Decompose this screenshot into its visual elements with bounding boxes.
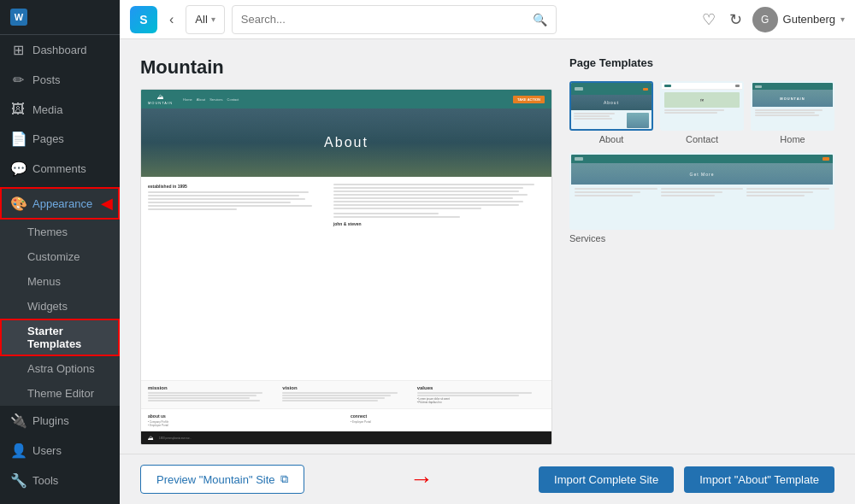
mockup-left-col: established in 1995 [148,184,327,373]
submenu-widgets[interactable]: Widgets [0,294,120,319]
mockup-mission: mission [148,385,275,404]
mockup-hero-text: About [324,135,369,150]
template-about-label: About [599,134,624,144]
main-area: S ‹ All ▾ 🔍 ♡ ↻ G Gutenberg ▾ Mountain [120,0,855,504]
mockup-logo-text: MOUNTAIN [148,101,173,105]
site-name-title: Mountain [140,56,552,79]
sidebar-item-pages[interactable]: 📄 Pages [0,124,120,154]
template-services-label: Services [569,233,605,243]
mockup-footer-about: about us • Company Profile • Employee Po… [148,413,342,427]
mockup-values: values • Lorem ipsum dolor sit amet • Pu… [417,385,545,404]
sidebar-label-tools: Tools [32,474,58,487]
bottom-bar: Preview "Mountain" Site ⧉ → Import Compl… [120,454,855,504]
sidebar-label-comments: Comments [32,162,86,175]
sidebar-item-settings[interactable]: ⚙ Settings [0,495,120,504]
red-arrow-icon: → [410,466,433,493]
submenu-theme-editor[interactable]: Theme Editor [0,381,120,406]
submenu-astra-options[interactable]: Astra Options [0,356,120,381]
template-home-img: MOUNTAIN [751,81,834,131]
search-box: 🔍 [232,5,557,34]
heart-button[interactable]: ♡ [699,7,719,32]
appearance-submenu: Themes Customize Menus Widgets Starter T… [0,220,120,406]
sidebar: W ⊞ Dashboard ✏ Posts 🖼 Media 📄 Pages 💬 … [0,0,120,504]
preview-area: Mountain ⛰ MOUNTAIN Home About [120,39,855,454]
mockup-mountain-icon: ⛰ [157,93,164,101]
templates-bottom-section: Get More [569,153,834,243]
import-complete-site-button[interactable]: Import Complete Site [539,466,674,493]
mockup-footer-address: 1800 pennsylvania ave nw... [159,437,192,440]
tmpl-about-navbar [571,83,652,95]
search-input[interactable] [241,13,533,26]
mockup-vision: vision [282,385,410,404]
mockup-body: established in 1995 [141,177,551,380]
sidebar-item-appearance[interactable]: 🎨 Appearance ◀ [0,187,120,220]
chevron-down-icon: ▾ [211,15,215,24]
template-services[interactable]: Get More [569,153,834,243]
sidebar-label-media: Media [32,103,62,116]
nav-link-services: Services [209,97,222,102]
sidebar-item-posts[interactable]: ✏ Posts [0,65,120,95]
template-about-img: About [569,81,653,131]
users-icon: 👤 [10,442,26,459]
avatar: G [752,7,778,32]
dashboard-icon: ⊞ [10,42,26,58]
nav-link-home: Home [183,97,192,102]
filter-dropdown[interactable]: All ▾ [186,5,224,34]
sidebar-item-plugins[interactable]: 🔌 Plugins [0,406,120,436]
mockup-bottom-bar: ⛰ 1800 pennsylvania ave nw... [141,431,551,444]
mockup-right-col: john & steven [333,184,545,373]
comments-icon: 💬 [10,161,26,177]
mockup-established: established in 1995 [148,184,327,189]
mockup-hero: About [141,108,551,177]
sidebar-label-posts: Posts [32,73,61,86]
plugins-icon: 🔌 [10,413,26,429]
red-arrow-appearance: ◀ [101,194,113,213]
sidebar-logo: W [0,0,120,35]
submenu-menus[interactable]: Menus [0,269,120,294]
sidebar-label-appearance: Appearance [32,197,92,210]
sidebar-label-users: Users [32,444,62,457]
mockup-values-section: mission vision [141,380,551,408]
submenu-customize[interactable]: Customize [0,244,120,269]
submenu-themes[interactable]: Themes [0,220,120,244]
preview-site-button[interactable]: Preview "Mountain" Site ⧉ [140,465,304,494]
sidebar-item-comments[interactable]: 💬 Comments [0,154,120,184]
arrow-indicator: → [315,466,529,493]
sidebar-item-dashboard[interactable]: ⊞ Dashboard [0,35,120,65]
topbar-logo: S [130,6,157,33]
template-services-img: Get More [569,153,834,230]
posts-icon: ✏ [10,72,26,88]
preview-site-label: Preview "Mountain" Site [156,473,275,486]
page-templates-panel: Page Templates About [569,56,834,445]
topbar-actions: ♡ ↻ G Gutenberg ▾ [699,7,845,32]
mockup-text-block-right [333,184,545,218]
sidebar-item-users[interactable]: 👤 Users [0,436,120,466]
tools-icon: 🔧 [10,472,26,489]
mockup-footer-logo: ⛰ [148,435,154,441]
nav-link-about: About [197,97,205,102]
topbar: S ‹ All ▾ 🔍 ♡ ↻ G Gutenberg ▾ [120,0,855,39]
mockup-logo: ⛰ MOUNTAIN [148,93,173,105]
site-preview-frame: ⛰ MOUNTAIN Home About Services Contact T… [140,89,552,445]
page-templates-title: Page Templates [569,56,834,69]
search-icon: 🔍 [533,13,547,26]
template-contact[interactable]: 🗺 Contact [660,81,744,144]
sidebar-item-media[interactable]: 🖼 Media [0,95,120,124]
sidebar-label-plugins: Plugins [32,414,69,427]
user-chevron-icon: ▾ [840,15,845,24]
templates-top-grid: About About [569,81,834,144]
import-template-button[interactable]: Import "About" Template [684,466,834,493]
dropdown-value: All [195,13,207,26]
mockup-content: ⛰ MOUNTAIN Home About Services Contact T… [141,90,551,444]
site-preview-panel: Mountain ⛰ MOUNTAIN Home About [140,56,552,445]
back-button[interactable]: ‹ [164,9,179,31]
template-home[interactable]: MOUNTAIN Home [751,81,834,144]
submenu-starter-templates[interactable]: Starter Templates [0,319,120,356]
sidebar-label-dashboard: Dashboard [32,44,87,56]
appearance-icon: 🎨 [10,196,26,212]
sidebar-label-pages: Pages [32,132,64,145]
user-menu[interactable]: G Gutenberg ▾ [752,7,845,32]
refresh-button[interactable]: ↻ [726,7,746,32]
sidebar-item-tools[interactable]: 🔧 Tools [0,466,120,495]
template-about[interactable]: About About [569,81,653,144]
